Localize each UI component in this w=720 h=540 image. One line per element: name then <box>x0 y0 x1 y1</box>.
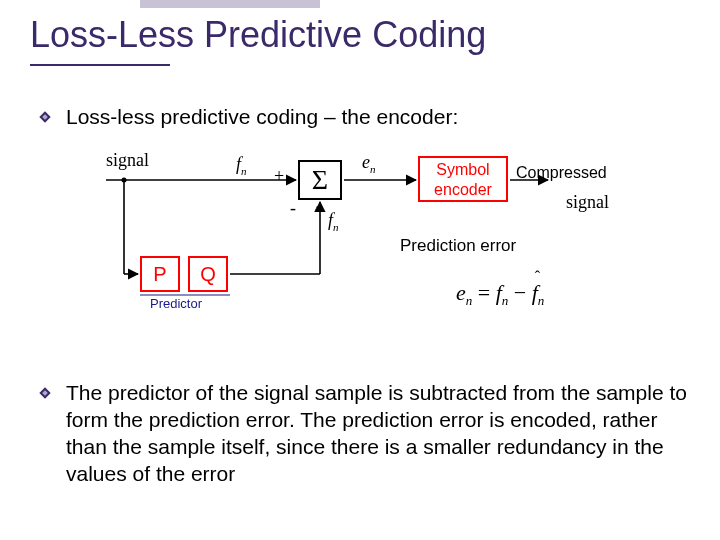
predictor-p-block: P <box>140 256 180 292</box>
label-signal-in: signal <box>106 150 149 171</box>
label-en: en <box>362 152 376 175</box>
equation-error: en = fn − ˆfn <box>456 280 544 309</box>
symbol-encoder-block: Symbol encoder <box>418 156 508 202</box>
summer-block: Σ <box>298 160 342 200</box>
label-compressed: Compressed <box>516 164 607 182</box>
svg-text:^: ^ <box>314 203 320 217</box>
symbol-encoder-line2: encoder <box>420 180 506 200</box>
label-fn: fn <box>236 154 247 177</box>
bullet-2-text: The predictor of the signal sample is su… <box>66 380 690 488</box>
bullet-2: The predictor of the signal sample is su… <box>38 380 690 488</box>
diamond-bullet-icon <box>38 110 52 124</box>
eq-minus: − <box>508 280 531 305</box>
bullet-1-text: Loss-less predictive coding – the encode… <box>66 104 690 131</box>
label-predictor: Predictor <box>150 296 202 311</box>
eq-equals: = <box>472 280 495 305</box>
label-fn-sub: n <box>241 165 247 177</box>
slide-title: Loss-Less Predictive Coding <box>30 14 486 56</box>
eq-fhat-sub: n <box>538 293 545 308</box>
eq-e: e <box>456 280 466 305</box>
label-en-sub: n <box>370 163 376 175</box>
label-minus: - <box>290 198 296 219</box>
eq-fhat-caret: ˆ <box>535 268 540 286</box>
encoder-diagram: ^ signal fn + - Σ en Symbol encoder Comp… <box>56 148 656 336</box>
label-fhat-sub: n <box>333 221 339 233</box>
label-prediction-error: Prediction error <box>400 236 516 256</box>
diamond-bullet-icon <box>38 386 52 400</box>
decorative-bar <box>140 0 320 8</box>
label-plus: + <box>274 166 284 187</box>
predictor-q-block: Q <box>188 256 228 292</box>
label-signal-out: signal <box>566 192 609 213</box>
label-en-base: e <box>362 152 370 172</box>
title-underline <box>30 64 170 66</box>
bullet-1: Loss-less predictive coding – the encode… <box>38 104 690 131</box>
label-fhat: fn <box>328 210 339 233</box>
symbol-encoder-line1: Symbol <box>420 160 506 180</box>
